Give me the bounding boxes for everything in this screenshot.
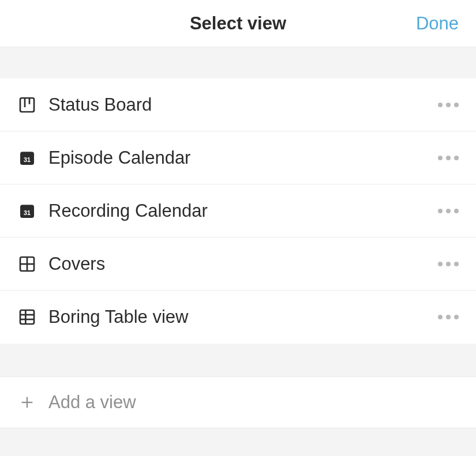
views-list: Status Board 31 Episode Calendar 31 Reco… (0, 78, 476, 344)
svg-text:31: 31 (24, 209, 31, 216)
table-icon (17, 307, 37, 327)
add-view-label: Add a view (48, 392, 136, 413)
svg-rect-10 (20, 310, 34, 324)
view-item-label: Episode Calendar (48, 148, 438, 168)
view-item-covers[interactable]: Covers (0, 238, 476, 291)
section-spacer (0, 344, 476, 376)
section-spacer (0, 47, 476, 78)
done-button[interactable]: Done (416, 13, 459, 34)
view-item-status-board[interactable]: Status Board (0, 78, 476, 131)
more-icon[interactable] (438, 103, 459, 107)
calendar-icon: 31 (17, 201, 37, 221)
add-view-button[interactable]: Add a view (0, 376, 476, 428)
svg-rect-0 (20, 98, 34, 112)
calendar-icon: 31 (17, 148, 37, 168)
view-item-episode-calendar[interactable]: 31 Episode Calendar (0, 131, 476, 184)
plus-icon (17, 393, 37, 412)
view-item-label: Boring Table view (48, 307, 438, 327)
modal-header: Select view Done (0, 0, 476, 47)
more-icon[interactable] (438, 156, 459, 160)
view-item-recording-calendar[interactable]: 31 Recording Calendar (0, 184, 476, 238)
view-item-label: Covers (48, 254, 438, 274)
more-icon[interactable] (438, 315, 459, 319)
more-icon[interactable] (438, 262, 459, 266)
view-item-label: Status Board (48, 95, 438, 115)
view-item-boring-table[interactable]: Boring Table view (0, 291, 476, 344)
view-item-label: Recording Calendar (48, 201, 438, 221)
svg-text:31: 31 (24, 156, 31, 163)
more-icon[interactable] (438, 209, 459, 213)
gallery-icon (17, 254, 37, 274)
board-icon (17, 95, 37, 115)
modal-title: Select view (190, 13, 286, 34)
